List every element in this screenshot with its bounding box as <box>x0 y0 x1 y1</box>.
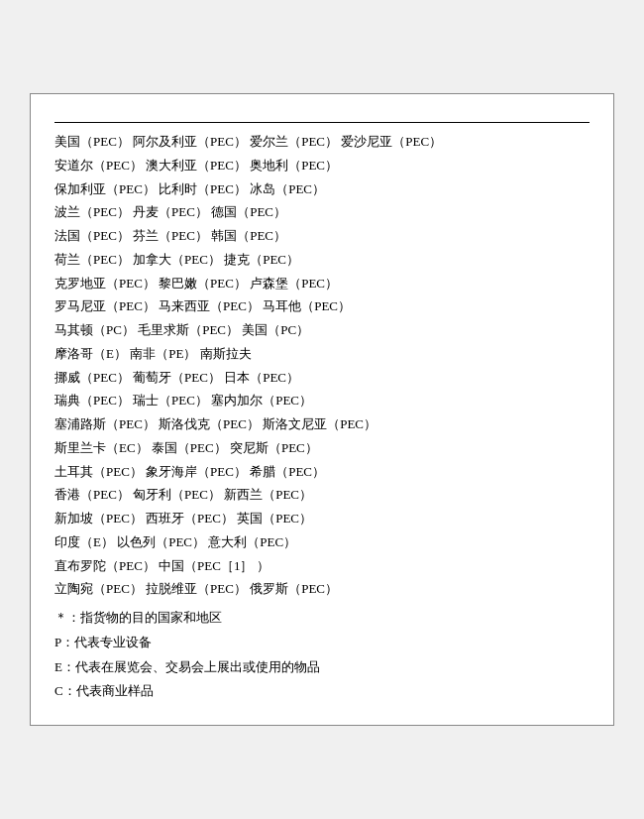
country-row: 荷兰（PEC） 加拿大（PEC） 捷克（PEC） <box>54 249 590 272</box>
country-row: 立陶宛（PEC） 拉脱维亚（PEC） 俄罗斯（PEC） <box>54 578 590 601</box>
country-row: 法国（PEC） 芬兰（PEC） 韩国（PEC） <box>54 225 590 248</box>
legend-item: C：代表商业样品 <box>54 680 590 703</box>
country-row: 保加利亚（PEC） 比利时（PEC） 冰岛（PEC） <box>54 178 590 201</box>
legend-item: ＊：指货物的目的国家和地区 <box>54 607 590 630</box>
country-row: 马其顿（PC） 毛里求斯（PEC） 美国（PC） <box>54 319 590 342</box>
country-row: 瑞典（PEC） 瑞士（PEC） 塞内加尔（PEC） <box>54 390 590 412</box>
country-row: 直布罗陀（PEC） 中国（PEC［1］ ） <box>54 555 590 578</box>
country-list: 美国（PEC） 阿尔及利亚（PEC） 爱尔兰（PEC） 爱沙尼亚（PEC）安道尔… <box>54 131 590 601</box>
country-row: 香港（PEC） 匈牙利（PEC） 新西兰（PEC） <box>54 484 590 507</box>
country-row: 安道尔（PEC） 澳大利亚（PEC） 奥地利（PEC） <box>54 155 590 177</box>
legend-item: E：代表在展览会、交易会上展出或使用的物品 <box>54 656 590 679</box>
country-row: 新加坡（PEC） 西班牙（PEC） 英国（PEC） <box>54 508 590 530</box>
country-row: 土耳其（PEC） 象牙海岸（PEC） 希腊（PEC） <box>54 461 590 484</box>
country-row: 克罗地亚（PEC） 黎巴嫩（PEC） 卢森堡（PEC） <box>54 273 590 295</box>
country-row: 斯里兰卡（EC） 泰国（PEC） 突尼斯（PEC） <box>54 437 590 460</box>
legend-item: P：代表专业设备 <box>54 632 590 654</box>
country-row: 塞浦路斯（PEC） 斯洛伐克（PEC） 斯洛文尼亚（PEC） <box>54 413 590 436</box>
main-card: 美国（PEC） 阿尔及利亚（PEC） 爱尔兰（PEC） 爱沙尼亚（PEC）安道尔… <box>30 93 614 726</box>
country-row: 美国（PEC） 阿尔及利亚（PEC） 爱尔兰（PEC） 爱沙尼亚（PEC） <box>54 131 590 154</box>
country-row: 摩洛哥（E） 南非（PE） 南斯拉夫 <box>54 343 590 366</box>
country-row: 罗马尼亚（PEC） 马来西亚（PEC） 马耳他（PEC） <box>54 295 590 318</box>
country-row: 印度（E） 以色列（PEC） 意大利（PEC） <box>54 531 590 554</box>
legend-section: ＊：指货物的目的国家和地区P：代表专业设备E：代表在展览会、交易会上展出或使用的… <box>54 607 590 703</box>
title-divider <box>54 122 590 123</box>
country-row: 挪威（PEC） 葡萄牙（PEC） 日本（PEC） <box>54 367 590 390</box>
country-row: 波兰（PEC） 丹麦（PEC） 德国（PEC） <box>54 201 590 224</box>
